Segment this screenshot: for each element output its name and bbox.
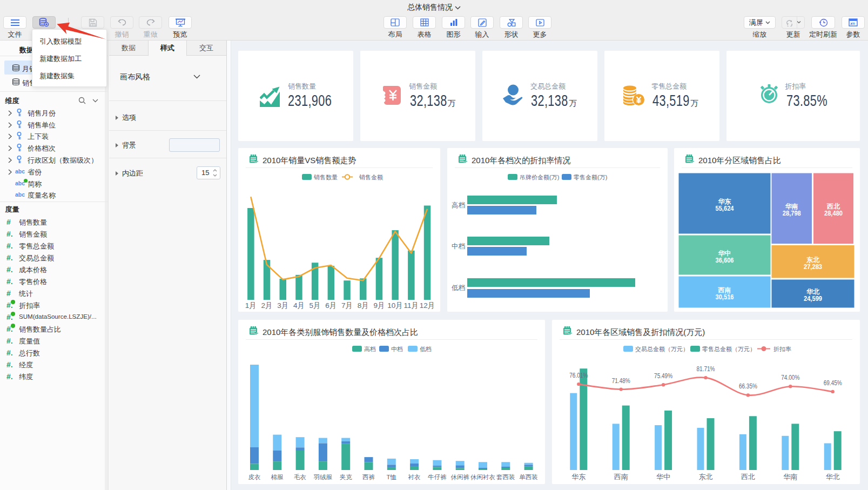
svg-text:华北: 华北 xyxy=(806,288,820,296)
svg-text:11月: 11月 xyxy=(404,301,419,310)
svg-text:9月: 9月 xyxy=(373,301,385,310)
svg-text:T恤: T恤 xyxy=(387,474,397,480)
svg-text:10月: 10月 xyxy=(387,301,403,310)
svg-text:皮衣: 皮衣 xyxy=(248,474,261,480)
svg-text:4月: 4月 xyxy=(293,301,305,310)
svg-text:5月: 5月 xyxy=(309,301,321,310)
svg-text:牛仔裤: 牛仔裤 xyxy=(427,474,447,480)
svg-text:2010年销量VS销售额走势: 2010年销量VS销售额走势 xyxy=(263,156,356,165)
svg-text:零售金额(万): 零售金额(万) xyxy=(574,174,607,180)
svg-text:单西装: 单西装 xyxy=(519,474,538,480)
svg-text:36,606: 36,606 xyxy=(716,257,734,264)
svg-text:69.45%: 69.45% xyxy=(824,379,842,387)
svg-text:东北: 东北 xyxy=(806,256,820,264)
svg-text:零售总金额（万元）: 零售总金额（万元） xyxy=(702,346,756,352)
svg-text:套西装: 套西装 xyxy=(496,474,515,480)
svg-text:华南: 华南 xyxy=(783,473,797,481)
svg-text:吊牌价金额(万): 吊牌价金额(万) xyxy=(520,174,559,180)
svg-text:中档: 中档 xyxy=(391,346,403,352)
svg-text:低档: 低档 xyxy=(420,346,432,352)
svg-text:28,480: 28,480 xyxy=(824,210,843,217)
svg-text:西北: 西北 xyxy=(826,203,840,210)
svg-text:华南: 华南 xyxy=(785,203,798,210)
svg-text:西南: 西南 xyxy=(718,286,731,294)
svg-text:销售数量: 销售数量 xyxy=(313,174,338,180)
svg-text:66.35%: 66.35% xyxy=(739,382,757,390)
svg-text:x=: x= xyxy=(850,21,855,26)
svg-text:休闲裤: 休闲裤 xyxy=(450,474,469,480)
svg-text:24,599: 24,599 xyxy=(804,295,822,303)
svg-text:高档: 高档 xyxy=(452,202,465,209)
svg-text:低档: 低档 xyxy=(452,284,465,292)
svg-text:2010年分区域销售占比: 2010年分区域销售占比 xyxy=(698,156,781,165)
svg-text:2月: 2月 xyxy=(261,301,272,310)
svg-text:夹克: 夹克 xyxy=(340,474,353,480)
svg-text:折扣率: 折扣率 xyxy=(773,346,791,352)
svg-text:8月: 8月 xyxy=(358,301,369,310)
svg-text:羽绒服: 羽绒服 xyxy=(313,474,333,480)
svg-text:2010年各档次的折扣率情况: 2010年各档次的折扣率情况 xyxy=(472,156,570,165)
svg-text:76.01%: 76.01% xyxy=(569,371,588,379)
svg-text:1月: 1月 xyxy=(245,301,257,310)
svg-text:中档: 中档 xyxy=(452,243,465,250)
svg-text:3月: 3月 xyxy=(277,301,288,310)
svg-text:6月: 6月 xyxy=(325,301,337,310)
svg-text:华中: 华中 xyxy=(656,473,670,481)
svg-text:28,798: 28,798 xyxy=(783,210,801,217)
svg-text:西裤: 西裤 xyxy=(362,474,375,480)
svg-text:销售金额: 销售金额 xyxy=(359,174,383,180)
svg-text:7月: 7月 xyxy=(341,301,353,310)
svg-text:2010年各类别服饰销售数量及价格档次占比: 2010年各类别服饰销售数量及价格档次占比 xyxy=(263,327,418,337)
svg-text:衬衣: 衬衣 xyxy=(408,474,421,480)
svg-text:2010年各区域销售及折扣情况(万元): 2010年各区域销售及折扣情况(万元) xyxy=(576,327,705,337)
svg-text:华北: 华北 xyxy=(826,473,840,481)
svg-text:休闲衬衣: 休闲衬衣 xyxy=(470,474,495,480)
svg-text:毛衣: 毛衣 xyxy=(294,474,306,480)
svg-text:74.00%: 74.00% xyxy=(781,373,799,381)
svg-text:高档: 高档 xyxy=(364,346,376,352)
svg-text:华中: 华中 xyxy=(718,250,731,257)
svg-text:华东: 华东 xyxy=(571,473,586,481)
svg-text:30,516: 30,516 xyxy=(716,293,734,301)
svg-text:71.48%: 71.48% xyxy=(612,377,630,385)
svg-text:12月: 12月 xyxy=(420,301,435,310)
svg-text:棉服: 棉服 xyxy=(271,474,284,480)
svg-text:东北: 东北 xyxy=(699,473,713,481)
svg-text:75.49%: 75.49% xyxy=(654,372,672,380)
svg-text:27,283: 27,283 xyxy=(804,263,822,271)
svg-text:55,624: 55,624 xyxy=(716,205,734,212)
svg-text:交易总金额（万元）: 交易总金额（万元） xyxy=(635,346,689,352)
svg-text:西南: 西南 xyxy=(614,473,628,481)
svg-text:华东: 华东 xyxy=(718,198,731,205)
svg-text:西北: 西北 xyxy=(741,473,755,481)
svg-text:81.71%: 81.71% xyxy=(697,365,715,373)
